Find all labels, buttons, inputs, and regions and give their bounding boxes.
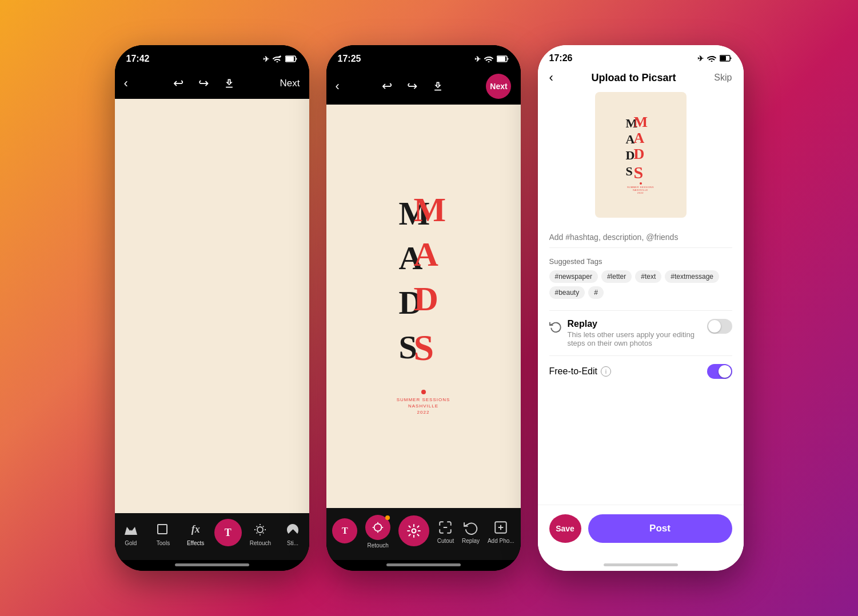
tag-letter[interactable]: #letter <box>601 270 632 283</box>
phone-2-bottom-toolbar: T Retouch <box>326 508 521 560</box>
phone-1-toolbar-right: Next <box>280 78 300 89</box>
post-button[interactable]: Post <box>588 514 732 543</box>
free-edit-section: Free-to-Edit i <box>549 355 732 387</box>
upload-preview: M M A A D D S S <box>595 92 687 218</box>
phone-3-screen: 17:26 ✈ ‹ Upload to Picsart Skip <box>538 45 744 571</box>
upload-title: Upload to Picsart <box>592 72 676 84</box>
a-red: A <box>414 237 438 271</box>
text-circle-icon: T <box>214 519 242 546</box>
crop-icon <box>155 522 171 538</box>
free-edit-text: Free-to-Edit <box>549 366 597 377</box>
phone-1-time: 17:42 <box>126 54 150 64</box>
p2-back-button[interactable]: ‹ <box>336 79 340 94</box>
replay-section-icon <box>549 320 562 333</box>
mads-s-row: S S <box>398 331 449 374</box>
svg-rect-9 <box>720 56 726 61</box>
svg-rect-2 <box>158 525 167 534</box>
mads-d-row: D D <box>398 286 449 326</box>
d-red: D <box>414 282 438 316</box>
tool-text[interactable]: T <box>214 519 242 549</box>
suggested-tags-label: Suggested Tags <box>549 257 732 266</box>
tool-retouch-label: Retouch <box>250 540 271 546</box>
replay-toggle-knob <box>708 320 721 333</box>
phone-1-screen: 17:42 ✈ ‹ ↩ ↪ <box>115 45 309 571</box>
wifi-icon <box>273 55 282 62</box>
phone-2-toolbar-right: Next <box>486 74 511 99</box>
p2-undo-button[interactable]: ↩ <box>380 77 394 96</box>
p3-airplane-icon: ✈ <box>697 54 704 63</box>
p2-replay-label: Replay <box>462 538 480 544</box>
tag-more[interactable]: # <box>588 286 604 299</box>
phone-2: 17:25 ✈ ‹ ↩ ↪ <box>326 45 521 571</box>
battery-icon <box>285 55 298 62</box>
tool-stickers[interactable]: Sti... <box>278 522 307 546</box>
mads-artwork: M M A A D D S S <box>397 186 450 427</box>
phone-2-status-bar: 17:25 ✈ <box>326 45 521 70</box>
retouch-dot <box>385 515 390 520</box>
preview-dot <box>640 182 642 185</box>
replay-toggle[interactable] <box>707 319 732 334</box>
phone-1-status-icons: ✈ <box>263 55 298 63</box>
phone-2-canvas: M M A A D D S S <box>326 105 521 508</box>
download-button[interactable] <box>221 75 237 91</box>
p2-tool-effects[interactable] <box>398 515 429 549</box>
phone-3-time: 17:26 <box>549 53 573 63</box>
p2-retouch-circle[interactable] <box>365 515 390 540</box>
undo-button[interactable]: ↩ <box>171 74 186 93</box>
tool-gold-label: Gold <box>125 540 137 546</box>
upload-skip-button[interactable]: Skip <box>714 73 732 83</box>
p2-tool-cutout[interactable]: Cutout <box>437 519 454 544</box>
retouch-icon <box>252 522 268 538</box>
p2-cutout-icon <box>437 519 453 535</box>
home-indicator-1 <box>175 563 249 566</box>
preview-a-red: A <box>634 130 645 147</box>
summer-text: SUMMER SESSIONSNASHVILLE2022 <box>397 397 450 416</box>
svg-point-6 <box>412 529 416 533</box>
home-indicator-2 <box>386 563 461 566</box>
p2-addphoto-label: Add Pho... <box>488 538 514 544</box>
fx-icon: fx <box>187 522 203 538</box>
next-button[interactable]: Next <box>280 78 300 89</box>
p2-addphoto-icon <box>493 519 509 535</box>
mads-a-row: A A <box>398 242 449 282</box>
replay-title: Replay <box>568 319 701 329</box>
p2-download-button[interactable] <box>430 78 446 94</box>
p2-next-button[interactable]: Next <box>486 74 511 99</box>
replay-description: This lets other users apply your editing… <box>568 330 701 347</box>
p2-tool-retouch[interactable]: Retouch <box>365 515 390 549</box>
p2-text-circle[interactable]: T <box>332 518 357 543</box>
tag-text[interactable]: #text <box>635 270 661 283</box>
free-edit-toggle[interactable] <box>707 364 732 379</box>
hashtag-input[interactable] <box>549 227 732 248</box>
tag-beauty[interactable]: #beauty <box>549 286 585 299</box>
p2-tool-text[interactable]: T <box>332 518 357 546</box>
tool-effects[interactable]: fx Effects <box>181 522 210 546</box>
redo-button[interactable]: ↪ <box>196 74 211 93</box>
upload-bottom-bar: Save Post <box>538 505 744 560</box>
free-edit-label: Free-to-Edit i <box>549 366 707 377</box>
preview-s-black: S <box>626 164 633 179</box>
tool-stickers-label: Sti... <box>287 540 298 546</box>
free-edit-toggle-knob <box>719 365 731 378</box>
tool-retouch[interactable]: Retouch <box>246 522 274 546</box>
tag-newspaper[interactable]: #newspaper <box>549 270 598 283</box>
tag-textmessage[interactable]: #textmessage <box>665 270 719 283</box>
back-button[interactable]: ‹ <box>124 76 128 91</box>
tool-gold[interactable]: Gold <box>117 522 145 546</box>
upload-toolbar: ‹ Upload to Picsart Skip <box>538 68 744 92</box>
upload-back-button[interactable]: ‹ <box>549 70 553 85</box>
save-button[interactable]: Save <box>549 514 581 543</box>
p3-wifi-icon <box>707 55 716 62</box>
preview-summer: SUMMER SESSIONSNASHVILLE2022 <box>627 182 654 194</box>
p2-effects-circle[interactable] <box>398 515 429 546</box>
p2-tool-replay[interactable]: Replay <box>462 519 480 544</box>
info-icon[interactable]: i <box>601 366 611 377</box>
tool-tools[interactable]: Tools <box>149 522 177 546</box>
p2-redo-button[interactable]: ↪ <box>405 77 420 96</box>
preview-m-red: M <box>634 114 648 131</box>
preview-summer-text: SUMMER SESSIONSNASHVILLE2022 <box>627 186 654 194</box>
summer-sessions-footer: SUMMER SESSIONSNASHVILLE2022 <box>397 390 450 416</box>
phone-2-screen: 17:25 ✈ ‹ ↩ ↪ <box>326 45 521 571</box>
p2-tool-addphoto[interactable]: Add Pho... <box>488 519 514 544</box>
phone-2-toolbar: ‹ ↩ ↪ Next <box>326 70 521 105</box>
